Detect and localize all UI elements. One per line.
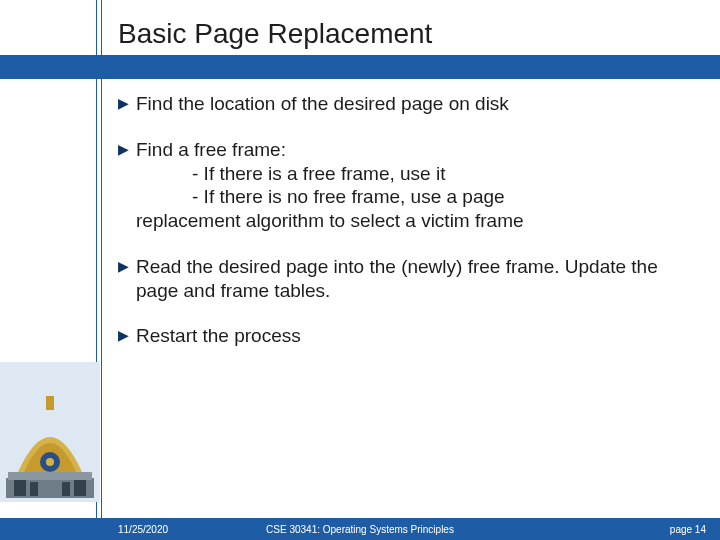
content-area: ▶ Find the location of the desired page … — [118, 92, 678, 370]
arrow-icon: ▶ — [118, 324, 136, 348]
svg-rect-7 — [74, 480, 86, 496]
bullet-1: ▶ Find the location of the desired page … — [118, 92, 678, 116]
bullet-4: ▶ Restart the process — [118, 324, 678, 348]
bullet-3: ▶ Read the desired page into the (newly)… — [118, 255, 678, 303]
bullet-continuation: replacement algorithm to select a victim… — [136, 209, 678, 233]
svg-point-5 — [46, 458, 54, 466]
bullet-2: ▶ Find a free frame: - If there is a fre… — [118, 138, 678, 233]
footer-course: CSE 30341: Operating Systems Principles — [266, 524, 454, 535]
footer-date: 11/25/2020 — [118, 524, 168, 535]
bullet-head: Find a free frame: — [136, 138, 678, 162]
title-underline-bar — [0, 55, 720, 79]
page-title: Basic Page Replacement — [118, 18, 432, 50]
vertical-rule-2 — [101, 0, 102, 540]
svg-rect-3 — [46, 396, 54, 410]
svg-rect-6 — [14, 480, 26, 496]
bullet-text: Restart the process — [136, 324, 678, 348]
arrow-icon: ▶ — [118, 255, 136, 303]
svg-rect-9 — [62, 482, 70, 496]
svg-rect-8 — [30, 482, 38, 496]
bullet-text: Find a free frame: - If there is a free … — [136, 138, 678, 233]
footer-page: page 14 — [670, 524, 706, 535]
bullet-subline: - If there is a free frame, use it — [136, 162, 678, 186]
footer-bar: 11/25/2020 CSE 30341: Operating Systems … — [0, 518, 720, 540]
svg-rect-2 — [8, 472, 92, 480]
arrow-icon: ▶ — [118, 92, 136, 116]
arrow-icon: ▶ — [118, 138, 136, 233]
bullet-subline: - If there is no free frame, use a page — [136, 185, 678, 209]
bullet-text: Read the desired page into the (newly) f… — [136, 255, 678, 303]
dome-logo — [0, 362, 100, 502]
bullet-text: Find the location of the desired page on… — [136, 92, 678, 116]
